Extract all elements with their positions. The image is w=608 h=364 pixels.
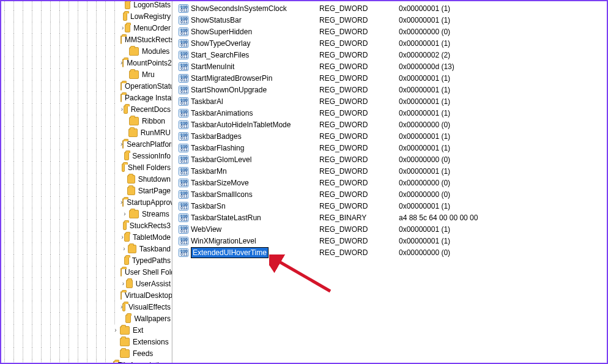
value-row[interactable]: 011 110 ShowStatusBarREG_DWORD0x00000001… xyxy=(172,14,607,26)
value-row[interactable]: 011 110 TaskbarMnREG_DWORD0x00000001 (1) xyxy=(172,165,607,177)
tree-item-label: Taskband xyxy=(138,244,172,254)
value-row[interactable]: 011 110 TaskbarBadgesREG_DWORD0x00000001… xyxy=(172,130,607,142)
value-type: REG_DWORD xyxy=(319,109,368,117)
value-data: 0x00000000 (0) xyxy=(399,190,450,199)
tree-item-taskband[interactable]: ›Taskband xyxy=(1,243,172,254)
svg-text:110: 110 xyxy=(180,168,188,172)
value-name: TaskbarSizeMove xyxy=(191,179,249,187)
tree-item-tabletmode[interactable]: ›TabletMode xyxy=(1,231,172,243)
value-data: 0x00000001 (1) xyxy=(399,144,450,152)
binary-value-icon: 011 110 xyxy=(179,50,188,60)
value-type: REG_DWORD xyxy=(319,62,368,71)
tree-item-operationstatusman[interactable]: OperationStatusMan xyxy=(1,80,172,92)
tree-item-typedpaths[interactable]: TypedPaths xyxy=(1,254,172,266)
value-name[interactable]: ExtendedUIHoverTime xyxy=(191,247,269,258)
value-name: TaskbarAnimations xyxy=(191,109,253,117)
tree-item-user-shell-folders[interactable]: User Shell Folders xyxy=(1,266,172,278)
value-row[interactable]: 011 110 TaskbarGlomLevelREG_DWORD0x00000… xyxy=(172,154,607,165)
value-row[interactable]: 011 110 Start_SearchFilesREG_DWORD0x0000… xyxy=(172,49,607,61)
value-row[interactable]: 011 110 StartShownOnUpgradeREG_DWORD0x00… xyxy=(172,84,607,95)
value-row[interactable]: 011 110 ShowTypeOverlayREG_DWORD0x000000… xyxy=(172,37,607,49)
tree-item-label: LowRegistry xyxy=(129,12,172,21)
value-type: REG_DWORD xyxy=(319,97,368,106)
folder-icon xyxy=(128,128,138,137)
tree-item-sessioninfo[interactable]: SessionInfo xyxy=(1,150,172,162)
tree-item-shell-folders[interactable]: Shell Folders xyxy=(1,162,172,173)
tree-item-fileassociations[interactable]: ›FileAssociations xyxy=(1,359,172,363)
value-row[interactable]: 011 110 TaskbarAlREG_DWORD0x00000001 (1) xyxy=(172,95,607,107)
value-data: 0x00000001 (1) xyxy=(399,74,450,83)
value-row[interactable]: 011 110 TaskbarStateLastRunREG_BINARYa4 … xyxy=(172,212,607,223)
binary-value-icon: 011 110 xyxy=(179,225,188,234)
tree-item-mru[interactable]: Mru xyxy=(1,69,172,80)
value-name: StartShownOnUpgrade xyxy=(191,86,267,94)
expand-chevron-icon[interactable]: › xyxy=(120,24,125,31)
tree-item-ext[interactable]: ›Ext xyxy=(1,324,172,336)
binary-value-icon: 011 110 xyxy=(179,201,188,211)
value-row[interactable]: 011 110 StartMigratedBrowserPinREG_DWORD… xyxy=(172,72,607,84)
value-name: ShowStatusBar xyxy=(191,16,242,24)
tree-item-extensions[interactable]: Extensions xyxy=(1,336,172,347)
value-row[interactable]: 011 110 WebViewREG_DWORD0x00000001 (1) xyxy=(172,223,607,235)
tree-item-mmstuckrects3[interactable]: MMStuckRects3 xyxy=(1,34,172,45)
value-row[interactable]: 011 110 TaskbarAutoHideInTabletModeREG_D… xyxy=(172,119,607,130)
tree-item-feeds[interactable]: Feeds xyxy=(1,347,172,359)
value-row[interactable]: 011 110 ShowSuperHiddenREG_DWORD0x000000… xyxy=(172,26,607,37)
tree-item-lowregistry[interactable]: LowRegistry xyxy=(1,10,172,22)
folder-icon xyxy=(123,221,127,230)
tree-item-logonstats[interactable]: LogonStats xyxy=(1,1,172,10)
tree-item-virtualdesktops[interactable]: VirtualDesktops xyxy=(1,289,172,301)
tree-item-userassist[interactable]: ›UserAssist xyxy=(1,278,172,289)
tree-item-wallpapers[interactable]: Wallpapers xyxy=(1,313,172,324)
folder-icon xyxy=(124,152,129,160)
tree-item-modules[interactable]: Modules xyxy=(1,45,172,57)
tree-item-label: FileAssociations xyxy=(116,360,172,363)
value-row[interactable]: 011 110 TaskbarAnimationsREG_DWORD0x0000… xyxy=(172,107,607,119)
value-data: 0x0000000d (13) xyxy=(399,62,454,71)
expand-chevron-icon[interactable]: › xyxy=(120,280,126,287)
value-name: StartMenuInit xyxy=(191,62,234,71)
value-row[interactable]: 011 110 TaskbarSizeMoveREG_DWORD0x000000… xyxy=(172,177,607,188)
expand-chevron-icon[interactable]: › xyxy=(120,245,128,252)
tree-item-ribbon[interactable]: Ribbon xyxy=(1,115,172,127)
tree-item-label: SearchPlatform xyxy=(125,139,172,149)
tree-item-streams[interactable]: ›Streams xyxy=(1,208,172,220)
value-row[interactable]: 011 110 ExtendedUIHoverTimeREG_DWORD0x00… xyxy=(172,247,607,258)
value-row[interactable]: 011 110 WinXMigrationLevelREG_DWORD0x000… xyxy=(172,235,607,247)
svg-text:110: 110 xyxy=(180,5,188,9)
value-row[interactable]: 011 110 TaskbarSmallIconsREG_DWORD0x0000… xyxy=(172,188,607,200)
tree-item-shutdown[interactable]: Shutdown xyxy=(1,173,172,185)
tree-item-label: Mru xyxy=(141,70,156,80)
expand-chevron-icon[interactable]: › xyxy=(111,327,120,333)
value-name: ShowSuperHidden xyxy=(191,28,252,36)
tree-item-startupapproved[interactable]: ›StartupApproved xyxy=(1,196,172,208)
values-pane[interactable]: 011 110 ShowSecondsInSystemClockREG_DWOR… xyxy=(172,1,607,363)
svg-text:110: 110 xyxy=(180,237,188,242)
folder-icon xyxy=(129,70,139,79)
value-row[interactable]: 011 110 ShowSecondsInSystemClockREG_DWOR… xyxy=(172,2,607,14)
tree-item-runmru[interactable]: RunMRU xyxy=(1,127,172,138)
value-type: REG_DWORD xyxy=(319,190,368,199)
svg-text:110: 110 xyxy=(180,179,188,184)
tree-pane[interactable]: LogonStats LowRegistry›MenuOrder MMStuck… xyxy=(1,1,172,363)
tree-item-mountpoints2[interactable]: ›MountPoints2 xyxy=(1,57,172,69)
folder-icon xyxy=(122,163,124,172)
tree-item-startpage[interactable]: StartPage xyxy=(1,185,172,196)
value-row[interactable]: 011 110 StartMenuInitREG_DWORD0x0000000d… xyxy=(172,61,607,72)
expand-chevron-icon[interactable]: › xyxy=(120,210,129,217)
tree-item-stuckrects3[interactable]: StuckRects3 xyxy=(1,220,172,231)
tree-item-menuorder[interactable]: ›MenuOrder xyxy=(1,22,172,34)
svg-text:110: 110 xyxy=(180,214,188,218)
tree-item-label: Package Installation xyxy=(124,93,172,103)
value-row[interactable]: 011 110 TaskbarSnREG_DWORD0x00000001 (1) xyxy=(172,200,607,212)
binary-value-icon: 011 110 xyxy=(179,85,188,95)
folder-icon xyxy=(113,361,114,363)
tree-item-visualeffects[interactable]: ›VisualEffects xyxy=(1,301,172,313)
value-data: 0x00000002 (2) xyxy=(399,51,450,59)
tree-item-label: SessionInfo xyxy=(131,151,172,161)
tree-item-recentdocs[interactable]: ›RecentDocs xyxy=(1,103,172,115)
tree-item-label: Streams xyxy=(141,209,171,219)
tree-item-searchplatform[interactable]: ›SearchPlatform xyxy=(1,138,172,150)
tree-item-package-installation[interactable]: Package Installation xyxy=(1,92,172,103)
value-row[interactable]: 011 110 TaskbarFlashingREG_DWORD0x000000… xyxy=(172,142,607,154)
